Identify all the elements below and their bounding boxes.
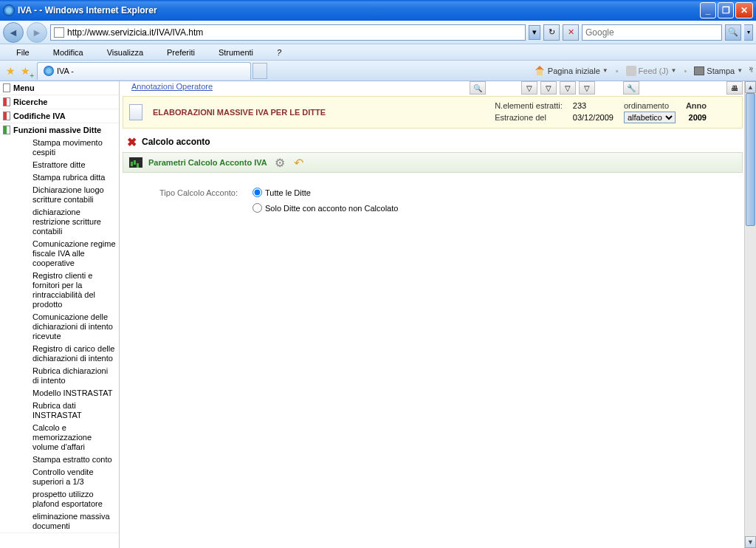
address-bar[interactable] (50, 24, 526, 41)
sidebar-item[interactable]: Stampa estratto conto (0, 453, 119, 466)
sidebar-item[interactable]: Comunicazione delle dichiarazioni di int… (0, 311, 119, 343)
favorites-icon[interactable]: ★ (3, 64, 18, 78)
x-icon[interactable]: ✖ (126, 136, 137, 148)
scroll-up[interactable]: ▲ (745, 81, 756, 93)
sidebar-item[interactable]: dichiarazione restrizione scritture cont… (0, 206, 119, 238)
ordinamento-select[interactable]: alfabetico (624, 112, 676, 123)
section-title: ✖ Calcolo acconto (120, 133, 756, 151)
add-favorites-icon[interactable]: ★+ (18, 64, 32, 78)
menu-file[interactable]: File (4, 47, 41, 58)
minimize-button[interactable]: _ (700, 2, 716, 18)
sidebar-item[interactable]: Registro di carico delle dichiarazioni d… (0, 343, 119, 365)
sidebar-item[interactable]: Comunicazione regime fiscale IVA alle co… (0, 238, 119, 270)
filter-icon[interactable]: ▽ (540, 81, 557, 95)
radio-tutte-input[interactable] (252, 188, 262, 197)
ordinamento-label: ordinamento (624, 101, 669, 110)
new-tab-button[interactable] (252, 63, 267, 79)
tab-title: IVA - (57, 66, 74, 75)
sidebar-item[interactable]: Calcolo e memorizzazione volume d'affari (0, 422, 119, 453)
menu-bar: File Modifica Visualizza Preferiti Strum… (0, 44, 756, 61)
form-area: Tipo Calcolo Acconto: Tutte le Ditte Sol… (120, 180, 756, 226)
banner-title: ELABORAZIONI MASSIVE IVA PER LE DITTE (153, 108, 484, 117)
vertical-scrollbar[interactable]: ▲ ▼ (744, 81, 756, 548)
nav-bar: ◄ ► ▾ ↻ ✕ 🔍 ▾ (0, 21, 756, 44)
sidebar-item[interactable]: Registro clienti e fornitori per la rint… (0, 270, 119, 311)
print-icon (694, 66, 704, 75)
sidebar-item[interactable]: Controllo vendite superiori a 1/3 (0, 466, 119, 488)
sidebar-item[interactable]: Rubrica dati INSTRASTAT (0, 400, 119, 422)
radio-solo-input[interactable] (252, 203, 262, 213)
address-dropdown[interactable]: ▾ (529, 25, 540, 40)
menu-preferiti[interactable]: Preferiti (155, 47, 207, 58)
url-input[interactable] (67, 27, 522, 38)
sidebar-section-funzioni[interactable]: Funzioni massive Ditte (0, 123, 119, 137)
book-icon (3, 126, 10, 134)
forward-button[interactable]: ► (27, 22, 47, 43)
tab-icon (44, 66, 54, 76)
tab-toolbar: ★ ★+ IVA - Pagina iniziale ▼ • Feed (J) … (0, 61, 756, 81)
radio-tutte[interactable]: Tutte le Ditte (252, 188, 311, 197)
toolbar-right: Pagina iniziale ▼ • Feed (J) ▼ • Stampa … (531, 64, 753, 78)
print-icon[interactable]: 🖶 (726, 81, 743, 95)
tool-icon[interactable]: 🔧 (623, 81, 639, 95)
menu-strumenti[interactable]: Strumenti (207, 47, 265, 58)
filter-icon[interactable]: ▽ (579, 81, 595, 95)
main-area: Annotazioni Operatore 🔍 ▽ ▽ ▽ ▽ 🔧 🖶 ELAB… (120, 81, 756, 548)
doc-icon (129, 104, 142, 120)
stop-button[interactable]: ✕ (563, 24, 579, 41)
book-icon (3, 83, 10, 92)
sidebar-item[interactable]: Estrattore ditte (0, 159, 119, 171)
chart-icon (129, 157, 142, 168)
browser-tab[interactable]: IVA - (37, 62, 251, 80)
menu-visualizza[interactable]: Visualizza (95, 47, 155, 58)
sidebar-section-menu[interactable]: Menu (0, 81, 119, 95)
sidebar-section-ricerche[interactable]: Ricerche (0, 95, 119, 109)
feed-button[interactable]: Feed (J) ▼ (623, 64, 680, 78)
info-banner: ELABORAZIONI MASSIVE IVA PER LE DITTE N.… (123, 96, 743, 129)
scroll-down[interactable]: ▼ (745, 536, 756, 548)
sub-banner-title: Parametri Calcolo Acconto IVA (148, 158, 267, 167)
sidebar-item[interactable]: Stampa rubrica ditta (0, 171, 119, 184)
chevron-down-icon: ▼ (602, 67, 608, 74)
radio-solo[interactable]: Solo Ditte con acconto non Calcolato (252, 203, 398, 213)
back-button[interactable]: ◄ (3, 22, 24, 43)
tipo-calcolo-label: Tipo Calcolo Acconto: (142, 188, 238, 197)
sidebar-item[interactable]: Rubrica dichiarazioni di intento (0, 365, 119, 387)
anno-value: 2009 (689, 113, 707, 122)
search-input[interactable] (585, 27, 718, 38)
window-controls: _ ❐ ✕ (700, 2, 753, 18)
sidebar-item[interactable]: Stampa movimento cespiti (0, 137, 119, 159)
filter-icon[interactable]: ▽ (521, 81, 537, 95)
sidebar-item[interactable]: Modello INSTRASTAT (0, 387, 119, 400)
menu-modifica[interactable]: Modifica (41, 47, 95, 58)
tool-icon[interactable]: 🔍 (470, 81, 486, 95)
sidebar-section-codifiche[interactable]: Codifiche IVA (0, 109, 119, 123)
sidebar-item[interactable]: Dichiarazione luogo scritture contabili (0, 184, 119, 206)
n-elementi-label: N.elementi estratti: (495, 101, 563, 110)
feed-icon (626, 66, 636, 76)
home-icon (534, 66, 546, 76)
home-button[interactable]: Pagina iniziale ▼ (531, 64, 611, 78)
close-button[interactable]: ✕ (735, 2, 753, 18)
maximize-button[interactable]: ❐ (718, 2, 734, 18)
refresh-button[interactable]: ↻ (543, 24, 560, 41)
print-button[interactable]: Stampa ▼ (691, 65, 746, 77)
sidebar-item[interactable]: prospetto utilizzo plafond esportatore (0, 488, 119, 510)
ie-icon (3, 4, 15, 16)
undo-icon[interactable]: ↶ (292, 156, 306, 169)
gear-icon[interactable]: ⚙ (273, 156, 286, 169)
menu-help[interactable]: ? (265, 47, 293, 58)
annotazioni-link[interactable]: Annotazioni Operatore (123, 82, 213, 94)
search-dropdown[interactable]: ▾ (744, 24, 753, 41)
toolbar-more[interactable]: » (749, 64, 753, 72)
book-icon (3, 97, 10, 106)
scroll-thumb[interactable] (746, 93, 755, 226)
window-title: IVA - - Windows Internet Explorer (18, 5, 700, 16)
estrazione-value: 03/12/2009 (573, 113, 614, 122)
filter-icon[interactable]: ▽ (560, 81, 576, 95)
book-icon (3, 112, 10, 120)
sidebar-item[interactable]: eliminazione massiva documenti (0, 510, 119, 532)
sidebar: Menu Ricerche Codifiche IVA Funzioni mas… (0, 81, 120, 548)
search-button[interactable]: 🔍 (725, 24, 741, 41)
search-box[interactable] (582, 24, 722, 41)
